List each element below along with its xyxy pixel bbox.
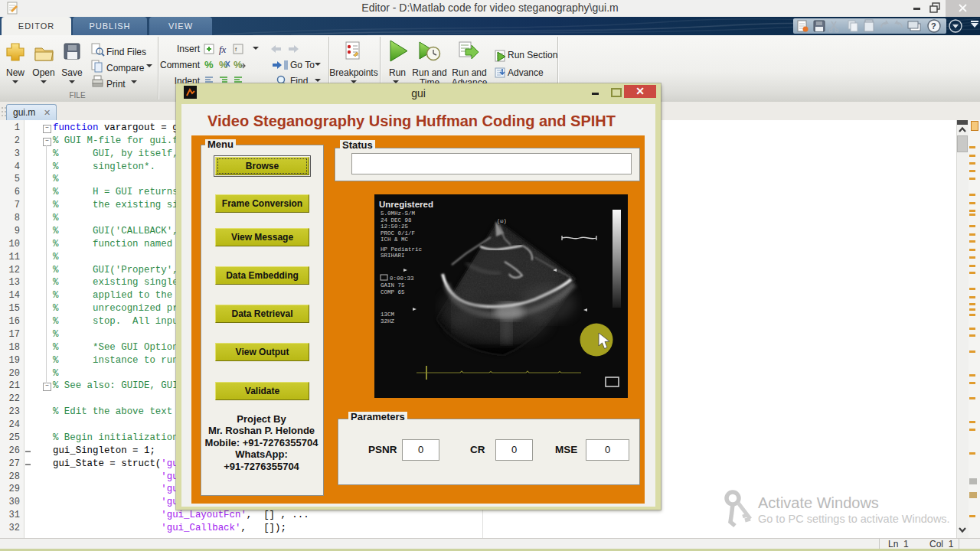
svg-text:ICH & MC: ICH & MC: [381, 236, 409, 243]
svg-text:HP Pediatric: HP Pediatric: [381, 246, 422, 253]
svg-text:24 DEC 98: 24 DEC 98: [381, 217, 412, 223]
svg-text:Unregistered: Unregistered: [379, 200, 433, 209]
svg-text:?: ?: [931, 21, 936, 31]
svg-text:GAIN 75: GAIN 75: [381, 282, 405, 289]
svg-text:%: %: [204, 59, 214, 70]
svg-text:5.0MHz-S/M: 5.0MHz-S/M: [381, 210, 416, 217]
svg-text:32HZ: 32HZ: [381, 318, 395, 324]
svg-text:%: %: [234, 59, 243, 70]
svg-text:13CM: 13CM: [381, 311, 395, 318]
svg-text:PROC 0/1/F: PROC 0/1/F: [381, 230, 415, 236]
svg-text:COMP 65: COMP 65: [381, 289, 405, 295]
svg-text:0:00:33: 0:00:33: [390, 276, 414, 282]
svg-text:fx: fx: [219, 44, 227, 55]
svg-text:SRIHARI: SRIHARI: [381, 253, 405, 259]
svg-text:(ω): (ω): [497, 218, 507, 224]
svg-text:12:50:25: 12:50:25: [381, 223, 409, 230]
